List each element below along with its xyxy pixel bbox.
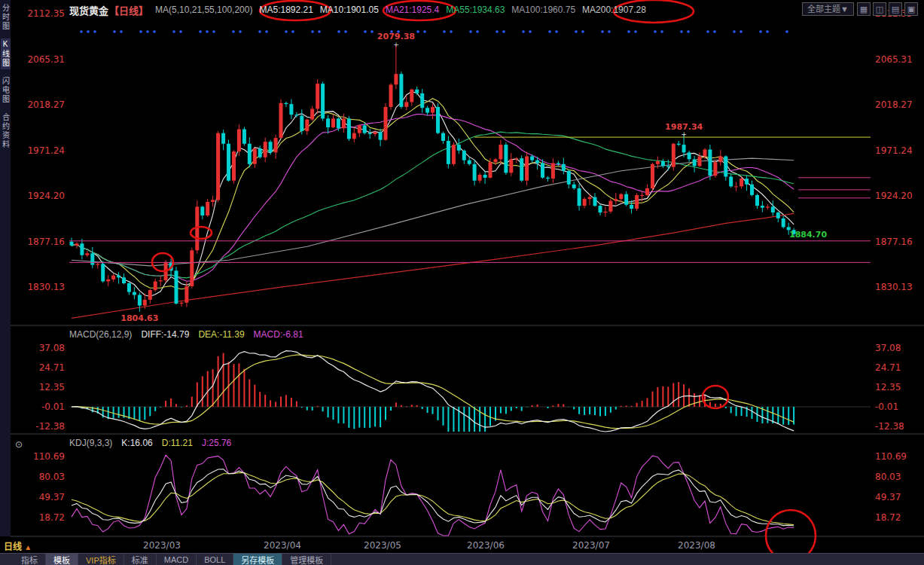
tab-6[interactable]: 另存模板: [233, 554, 282, 565]
panel-separators: [11, 325, 924, 536]
ma55-value: MA55:1934.63: [446, 5, 505, 15]
macd-panel: [69, 351, 871, 432]
kdj-d-value: D:11.21: [162, 438, 193, 448]
ma21-line: [72, 115, 794, 282]
chart-header: 现货黄金 【日线】 MA(5,10,21,55,100,200) MA5:189…: [69, 2, 646, 17]
window-icon-buttons: ▦◫▤▣: [857, 2, 918, 16]
symbol-title: 现货黄金: [69, 3, 108, 17]
ma200-line: [72, 213, 794, 318]
ma10-value: MA10:1901.05: [320, 5, 379, 15]
svg-text:1971.24: 1971.24: [27, 145, 65, 156]
svg-text:24.71: 24.71: [39, 362, 65, 373]
svg-text:37.08: 37.08: [39, 343, 65, 353]
svg-text:+: +: [681, 130, 687, 138]
sidebar-item-1[interactable]: K线图: [1, 38, 11, 69]
ma200-value: MA200:1907.28: [582, 5, 646, 15]
kdj-j-value: J:25.76: [202, 438, 231, 448]
svg-text:-12.38: -12.38: [875, 421, 904, 432]
layout-icon-1[interactable]: ◫: [873, 2, 886, 16]
svg-text:110.69: 110.69: [33, 451, 65, 462]
tab-bar: 指标模板VIP指标标准MACDBOLL另存模板管理模板: [0, 553, 924, 565]
ma100-value: MA100:1960.75: [511, 5, 575, 15]
tab-1[interactable]: 模板: [46, 554, 78, 565]
sidebar: 分时图K线图闪电图合约资料: [0, 0, 11, 536]
sidebar-item-2[interactable]: 闪电图: [1, 75, 11, 105]
d-line: [72, 473, 794, 525]
ma100-line: [72, 158, 794, 266]
svg-text:37.08: 37.08: [875, 343, 901, 353]
chart-canvas[interactable]: 2112.352112.352065.312065.312018.272018.…: [0, 0, 924, 565]
ma21-value: MA21:1925.4: [386, 5, 439, 15]
layout-icon-2[interactable]: ▤: [889, 2, 902, 16]
macd-diff-value: DIFF:-14.79: [141, 329, 189, 340]
ma-group-label: MA(5,10,21,55,100,200): [155, 5, 252, 15]
tab-5[interactable]: BOLL: [197, 554, 233, 565]
svg-text:2018.27: 2018.27: [875, 99, 913, 110]
kdj-panel: [72, 455, 794, 536]
svg-text:1971.24: 1971.24: [875, 145, 913, 156]
macd-macd-value: MACD:-6.81: [254, 329, 303, 340]
theme-dropdown[interactable]: 全部主题▼: [802, 2, 854, 16]
svg-text:80.03: 80.03: [39, 472, 65, 482]
kdj-k-value: K:16.06: [121, 438, 152, 448]
tab-7[interactable]: 管理模板: [282, 554, 331, 565]
svg-text:2112.35: 2112.35: [27, 8, 65, 19]
svg-text:110.69: 110.69: [875, 451, 907, 462]
kdj-title: KDJ(9,3,3): [69, 438, 112, 448]
svg-text:-0.01: -0.01: [41, 402, 65, 412]
svg-text:80.03: 80.03: [875, 472, 901, 482]
svg-text:-0.01: -0.01: [875, 402, 898, 412]
indicator-settings-icon[interactable]: ⊙: [15, 439, 23, 450]
svg-text:12.35: 12.35: [875, 382, 901, 392]
svg-text:12.35: 12.35: [39, 382, 65, 392]
drawn-hlines: [69, 137, 871, 262]
macd-dea-value: DEA:-11.39: [198, 329, 244, 340]
svg-text:1877.16: 1877.16: [875, 237, 913, 247]
tab-0[interactable]: 指标: [14, 554, 46, 565]
sidebar-item-3[interactable]: 合约资料: [1, 111, 11, 151]
svg-text:1877.16: 1877.16: [27, 237, 65, 247]
svg-text:1830.13: 1830.13: [875, 282, 913, 292]
period-tag: 【日线】: [109, 3, 148, 17]
app-root: 2112.352112.352065.312065.312018.272018.…: [0, 0, 924, 565]
macd-header: MACD(26,12,9) DIFF:-14.79 DEA:-11.39 MAC…: [69, 329, 303, 340]
svg-text:24.71: 24.71: [875, 362, 901, 373]
svg-text:2018.27: 2018.27: [27, 99, 65, 110]
svg-text:49.37: 49.37: [39, 492, 65, 502]
svg-text:1830.13: 1830.13: [27, 282, 65, 292]
svg-text:1924.20: 1924.20: [875, 191, 913, 201]
date-axis: 2023/032023/042023/052023/062023/072023/…: [143, 540, 715, 551]
dea-line: [72, 355, 794, 428]
svg-text:2023/03: 2023/03: [143, 540, 181, 551]
kdj-header: KDJ(9,3,3) K:16.06 D:11.21 J:25.76: [69, 438, 231, 448]
event-dots: [80, 30, 788, 33]
tab-4[interactable]: MACD: [157, 554, 197, 565]
svg-text:+: +: [393, 41, 399, 48]
svg-text:2065.31: 2065.31: [27, 54, 65, 65]
period-selector[interactable]: 日线 ▲: [4, 539, 32, 552]
svg-text:1884.70: 1884.70: [789, 230, 827, 240]
svg-text:1924.20: 1924.20: [27, 191, 65, 201]
macd-title: MACD(26,12,9): [69, 329, 132, 340]
svg-text:49.37: 49.37: [875, 492, 901, 502]
candles-layer[interactable]: [70, 45, 796, 311]
svg-text:2023/06: 2023/06: [467, 540, 505, 551]
svg-text:1804.63: 1804.63: [120, 313, 158, 323]
svg-text:2023/07: 2023/07: [572, 540, 610, 551]
period-arrow-icon: ▲: [24, 543, 32, 551]
diff-line: [72, 351, 794, 432]
svg-text:2065.31: 2065.31: [875, 54, 913, 65]
period-selector-label: 日线: [4, 542, 22, 552]
layout-icon-3[interactable]: ▣: [904, 2, 918, 16]
svg-text:2023/05: 2023/05: [364, 540, 401, 551]
svg-text:2023/08: 2023/08: [678, 540, 715, 551]
hand-drawn-circles: [152, 0, 816, 561]
svg-text:18.72: 18.72: [875, 512, 901, 523]
ma55-line: [72, 132, 794, 278]
ma5-value: MA5:1892.21: [259, 5, 313, 15]
tab-2[interactable]: VIP指标: [78, 554, 124, 565]
layout-icon-0[interactable]: ▦: [857, 2, 871, 16]
sidebar-item-0[interactable]: 分时图: [1, 2, 11, 32]
tab-3[interactable]: 标准: [124, 554, 157, 565]
top-right-controls: 全部主题▼ ▦◫▤▣: [802, 2, 918, 16]
